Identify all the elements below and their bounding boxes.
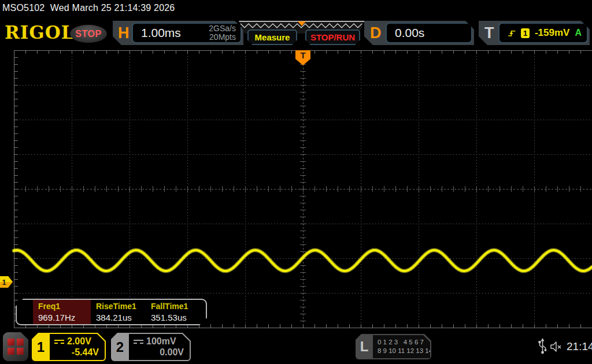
clock: 21:14 (567, 340, 592, 353)
measurement-value: 384.21us (96, 313, 146, 322)
measurement-item-freq1[interactable]: Freq1 969.17Hz (33, 300, 91, 324)
trigger-level: -159mV (535, 27, 569, 39)
memory-depth: 20Mpts (209, 33, 236, 42)
channel2-scale: 100mV (146, 336, 176, 347)
menu-grid-icon (8, 339, 24, 355)
channel1-block[interactable]: 1 2.00V -5.44V (32, 333, 106, 361)
model-name: MSO5102 (2, 3, 45, 13)
run-state-badge[interactable]: STOP (70, 25, 107, 43)
measurement-spacer (17, 300, 33, 324)
channel2-number: 2 (111, 333, 129, 361)
trigger-source-badge: 1 (521, 28, 529, 38)
sample-rate: 2GSa/s (209, 24, 236, 33)
speaker-muted-icon (550, 341, 564, 352)
delay-label: D (370, 21, 382, 45)
svg-text:1: 1 (2, 278, 6, 287)
trigger-box[interactable]: 1 -159mV A (498, 23, 588, 43)
timebase-box[interactable]: 1.00ms 2GSa/s 20Mpts (132, 23, 242, 43)
trigger-panel[interactable]: T 1 -159mV A (479, 21, 590, 45)
rising-edge-icon (508, 28, 516, 38)
dc-coupling-icon (134, 340, 143, 344)
delay-box[interactable]: 0.00s (386, 23, 472, 43)
menu-button[interactable] (3, 332, 28, 361)
stop-run-button-label: STOP/RUN (310, 32, 355, 42)
measure-button[interactable]: Measure (247, 29, 297, 45)
digital-channel-list: 0 1 2 3 4 5 6 7 8 9 10 11 12 13 14 15 (373, 335, 430, 358)
measurement-item-falltime1[interactable]: FallTime1 351.53us (146, 300, 202, 324)
title-bar: MSO5102 Wed March 25 21:14:39 2026 (2, 3, 175, 13)
channel2-block[interactable]: 2 100mV 0.00V (111, 333, 191, 361)
channel1-offset: -5.44V (50, 347, 105, 358)
measure-button-label: Measure (255, 32, 290, 42)
trigger-label: T (484, 21, 494, 45)
rigol-logo: RIGOL (5, 22, 75, 43)
measurement-item-risetime1[interactable]: RiseTime1 384.21us (91, 300, 146, 324)
oscilloscope-screen: MSO5102 Wed March 25 21:14:39 2026 RIGOL… (0, 0, 592, 364)
channel2-offset: 0.00V (129, 347, 190, 358)
channel1-number: 1 (32, 333, 50, 361)
trigger-position-marker[interactable]: T (295, 50, 310, 65)
run-state-label: STOP (75, 29, 101, 39)
stop-run-button[interactable]: STOP/RUN (305, 29, 360, 45)
datetime: Wed March 25 21:14:39 2026 (50, 3, 175, 13)
delay-value: 0.00s (395, 26, 424, 40)
horizontal-label: H (118, 21, 130, 45)
channel2-values: 100mV 0.00V (129, 334, 190, 360)
digital-row1: 0 1 2 3 4 5 6 7 (378, 338, 430, 347)
timebase-value: 1.00ms (141, 26, 181, 40)
digital-row2: 8 9 10 11 12 13 14 15 (378, 347, 430, 355)
measurement-panel[interactable]: Freq1 969.17Hz RiseTime1 384.21us FallTi… (16, 299, 207, 325)
digital-label: L (356, 334, 373, 359)
dc-coupling-icon (54, 340, 64, 344)
svg-text:T: T (300, 50, 305, 60)
measurement-value: 351.53us (151, 313, 202, 322)
horizontal-panel[interactable]: H 1.00ms 2GSa/s 20Mpts (113, 21, 243, 45)
channel1-values: 2.00V -5.44V (50, 334, 105, 360)
channel1-scale: 2.00V (67, 336, 91, 347)
measurement-label: RiseTime1 (96, 302, 146, 311)
measurement-value: 969.17Hz (38, 313, 91, 322)
acquisition-info: 2GSa/s 20Mpts (209, 24, 236, 42)
trigger-mode: A (575, 28, 582, 38)
usb-icon (538, 338, 547, 354)
channel1-trace (14, 250, 592, 271)
delay-panel[interactable]: D 0.00s (364, 21, 474, 45)
measurement-label: Freq1 (38, 302, 91, 311)
digital-channels-block[interactable]: L 0 1 2 3 4 5 6 7 8 9 10 11 12 13 14 15 (356, 334, 431, 359)
measurement-label: FallTime1 (151, 302, 202, 311)
waveform-display[interactable]: T1 (0, 49, 592, 332)
channel1-level-marker[interactable]: 1 (0, 276, 13, 288)
